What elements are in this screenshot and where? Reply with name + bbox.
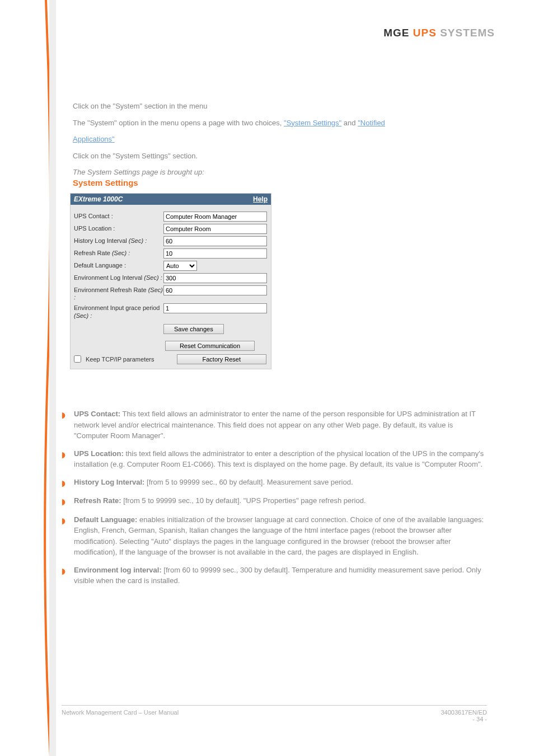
panel-header: EXtreme 1000C Help <box>71 194 271 205</box>
env-refresh-rate-label: Environment Refresh Rate (Sec) : <box>74 285 163 301</box>
env-input-grace-input[interactable] <box>163 303 267 313</box>
history-log-label: History Log Interval (Sec) : <box>74 236 163 245</box>
bullet-list: ◗ UPS Contact: This text field allows an… <box>62 408 487 593</box>
sidebar-decor <box>40 0 57 756</box>
default-language-label: Default Language : <box>74 261 163 269</box>
intro-p4: Click on the "System Settings" section. <box>73 151 487 162</box>
page-title: System Settings <box>73 178 138 187</box>
bullet-icon: ◗ <box>62 515 68 527</box>
panel-title: EXtreme 1000C <box>74 195 123 203</box>
list-item: ◗ UPS Contact: This text field allows an… <box>62 408 487 442</box>
brand-mge: MGE <box>383 27 409 39</box>
brand-systems: SYSTEMS <box>440 27 495 39</box>
env-log-interval-label: Environment Log Interval (Sec) : <box>74 273 163 281</box>
env-log-interval-input[interactable] <box>163 273 267 283</box>
brand-logo: MGE UPS SYSTEMS <box>383 27 495 39</box>
intro-p1: Click on the "System" section in the men… <box>73 101 487 112</box>
reset-communication-button[interactable]: Reset Communication <box>165 341 255 351</box>
list-item: ◗ Default Language: enables initializati… <box>62 514 487 558</box>
footer-right: 34003617EN/ED - 34 - <box>441 709 487 722</box>
intro-p5: The System Settings page is brought up: <box>73 167 487 178</box>
list-item: ◗ History Log Interval: [from 5 to 99999… <box>62 477 487 489</box>
default-language-select[interactable]: Auto <box>163 261 197 271</box>
link-notified-apps-2[interactable]: Applications" <box>73 135 115 143</box>
link-system-settings[interactable]: "System Settings" <box>284 119 341 127</box>
save-button[interactable]: Save changes <box>163 324 224 334</box>
refresh-rate-input[interactable] <box>163 248 267 259</box>
ups-contact-input[interactable] <box>163 212 267 222</box>
keep-tcpip-label: Keep TCP/IP parameters <box>86 356 154 363</box>
brand-ups: UPS <box>413 27 437 39</box>
ups-location-input[interactable] <box>163 224 267 234</box>
settings-panel: EXtreme 1000C Help UPS Contact : UPS Loc… <box>70 193 271 369</box>
link-notified-apps[interactable]: "Notified <box>358 119 385 127</box>
ups-location-label: UPS Location : <box>74 224 163 232</box>
footer-left: Network Management Card – User Manual <box>62 709 179 722</box>
bullet-icon: ◗ <box>62 496 68 508</box>
factory-reset-button[interactable]: Factory Reset <box>177 354 266 364</box>
list-item: ◗ Environment log interval: [from 60 to … <box>62 565 487 586</box>
refresh-rate-label: Refresh Rate (Sec) : <box>74 248 163 257</box>
footer: Network Management Card – User Manual 34… <box>62 705 487 722</box>
bullet-icon: ◗ <box>62 478 68 489</box>
intro-block: Click on the "System" section in the men… <box>73 101 487 184</box>
list-item: ◗ Refresh Rate: [from 5 to 99999 sec., 1… <box>62 495 487 508</box>
bullet-icon: ◗ <box>62 566 68 577</box>
env-input-grace-label: Environment Input grace period (Sec) : <box>74 303 163 319</box>
ups-contact-label: UPS Contact : <box>74 212 163 220</box>
bullet-icon: ◗ <box>62 410 68 421</box>
keep-tcpip-checkbox[interactable] <box>74 355 81 363</box>
intro-p2: The "System" option in the menu opens a … <box>73 118 487 129</box>
bullet-icon: ◗ <box>62 449 68 461</box>
env-refresh-rate-input[interactable] <box>163 285 267 295</box>
list-item: ◗ UPS Location: this text field allows t… <box>62 448 487 470</box>
history-log-input[interactable] <box>163 236 267 246</box>
help-link[interactable]: Help <box>253 195 268 203</box>
